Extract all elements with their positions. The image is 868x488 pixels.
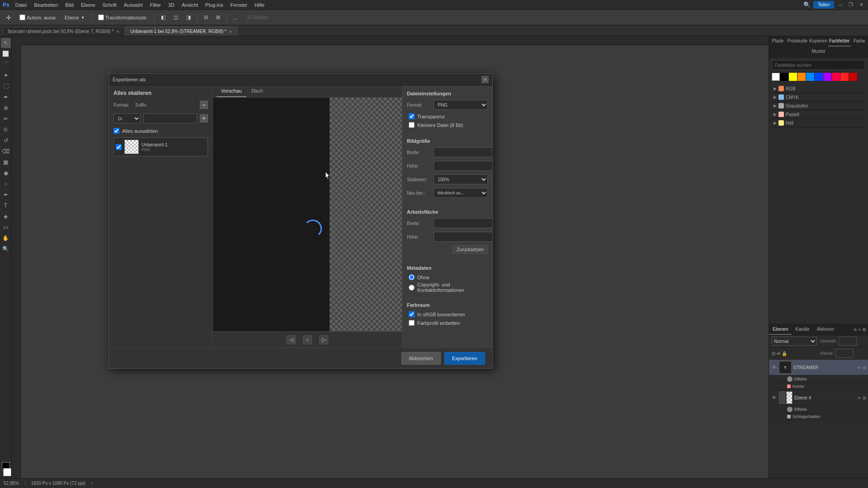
settings-reset-button[interactable]: Zurücksetzen xyxy=(453,245,488,254)
settings-scale-select[interactable]: 100% xyxy=(434,174,488,184)
swatch-blue1[interactable] xyxy=(806,73,814,81)
tab-facecam[interactable]: facecam rahmen.psdc bei 50,8% (Ebene 7, … xyxy=(3,27,125,36)
tool-lasso[interactable]: ⌒ xyxy=(1,60,11,70)
preview-nav-prev[interactable]: ◁ xyxy=(287,335,296,344)
toolbar-more[interactable]: ... xyxy=(230,13,241,23)
settings-canvas-height-input[interactable]: 1080 xyxy=(434,232,492,242)
tool-path-select[interactable]: ◈ xyxy=(1,211,11,221)
tool-blur[interactable]: ◉ xyxy=(1,168,11,178)
window-restore-icon[interactable]: ❐ xyxy=(847,2,855,8)
layers-tab-ebenen[interactable]: Ebenen xyxy=(769,324,792,335)
layer-ebene4[interactable]: 👁 Ebene 4 fx ⊞ xyxy=(769,390,868,406)
menu-3d[interactable]: 3D xyxy=(165,1,178,9)
asset-item-unbenannt[interactable]: Unbenannt-1 PNG xyxy=(113,137,208,156)
settings-canvas-width-input[interactable]: 1920 xyxy=(434,218,492,228)
layer-ebene4-visibility[interactable]: 👁 xyxy=(771,395,777,400)
layers-tab-kanaele[interactable]: Kanäle xyxy=(792,324,813,335)
swatch-red1[interactable] xyxy=(840,73,849,81)
preview-area[interactable] xyxy=(213,98,402,331)
tool-heal[interactable]: ⊕ xyxy=(1,103,11,113)
category-pastell[interactable]: ▶ Pastell xyxy=(772,110,865,119)
menu-datei[interactable]: Datei xyxy=(12,1,30,9)
scale-select[interactable]: 1x xyxy=(113,113,141,123)
layer-streamer[interactable]: 👁 T STREAMER fx ⊞ xyxy=(769,360,868,375)
menu-hilfe[interactable]: Hilfe xyxy=(251,1,268,9)
menu-fenster[interactable]: Fenster xyxy=(227,1,250,9)
layer-ebene4-effekte[interactable]: Effekte xyxy=(769,406,868,413)
tab-protokolle[interactable]: Protokolle xyxy=(786,36,808,47)
menu-bearbeiten[interactable]: Bearbeiten xyxy=(31,1,61,9)
category-hell[interactable]: ▶ Hell xyxy=(772,119,865,127)
tab-farbfelder[interactable]: Farbfelder xyxy=(828,36,851,47)
tool-gradient[interactable]: ▦ xyxy=(1,157,11,167)
color-search-input[interactable] xyxy=(772,60,865,70)
layer-ebene4-fx[interactable]: fx xyxy=(858,396,861,400)
tool-history-brush[interactable]: ↺ xyxy=(1,136,11,145)
toolbar-ebene-select[interactable]: Ebene ▼ xyxy=(61,13,88,23)
tool-crop[interactable]: ⛶ xyxy=(1,81,11,91)
status-arrow[interactable]: › xyxy=(91,481,92,486)
tool-magic-wand[interactable]: ✦ xyxy=(1,70,11,80)
settings-smaller-file-checkbox[interactable] xyxy=(409,122,415,128)
tool-brush[interactable]: ✏ xyxy=(1,114,11,124)
blend-mode-select[interactable]: Normal xyxy=(772,337,817,346)
menu-filter[interactable]: Filter xyxy=(147,1,164,9)
autom-checkbox[interactable] xyxy=(19,14,25,20)
swatch-red2[interactable] xyxy=(849,73,857,81)
export-button[interactable]: Exportieren xyxy=(444,352,485,365)
swatch-orange[interactable] xyxy=(797,73,806,81)
tab-kopieren[interactable]: Kopieren xyxy=(808,36,828,47)
tab-pfade[interactable]: Pfade xyxy=(769,36,786,47)
suffix-input[interactable] xyxy=(143,113,197,123)
layer-ebene4-schlagschatten[interactable]: Schlagschatten xyxy=(769,413,868,420)
menu-schrift[interactable]: Schrift xyxy=(99,1,120,9)
layer-streamer-kontur[interactable]: Kontur xyxy=(769,383,868,390)
menu-plugins[interactable]: Plug-ins xyxy=(202,1,226,9)
category-graustufen[interactable]: ▶ Graustufen xyxy=(772,102,865,110)
swatch-white[interactable] xyxy=(772,73,780,81)
layer-streamer-visibility[interactable]: 👁 xyxy=(771,365,777,370)
settings-height-input[interactable]: 1080 xyxy=(434,161,492,171)
layers-panel-icon1[interactable]: ≡ xyxy=(854,327,857,332)
menu-ebene[interactable]: Ebene xyxy=(78,1,99,9)
category-cmyk[interactable]: ▶ CMYK xyxy=(772,93,865,102)
preview-nav-stop[interactable]: ○ xyxy=(303,335,312,344)
tab-farbe[interactable]: Farbe xyxy=(851,36,868,47)
toolbar-autom-select[interactable]: Autom. ausw. xyxy=(16,13,60,23)
background-color[interactable] xyxy=(3,468,11,476)
swatch-black[interactable] xyxy=(780,73,788,81)
settings-embed-checkbox[interactable] xyxy=(409,320,415,326)
tool-move[interactable]: ↖ xyxy=(1,38,11,48)
search-icon[interactable]: 🔍 xyxy=(803,1,811,8)
layer-streamer-effekte[interactable]: Effekte xyxy=(769,375,868,383)
toolbar-align-left[interactable]: ◧ xyxy=(158,13,169,23)
swatch-pink[interactable] xyxy=(832,73,840,81)
layers-tab-aktionen[interactable]: Aktionen xyxy=(813,324,838,335)
tool-text[interactable]: T xyxy=(1,201,11,211)
toolbar-align-right[interactable]: ◨ xyxy=(183,13,194,23)
tab-close-2[interactable]: ✕ xyxy=(229,29,232,34)
tab-muster[interactable]: Muster xyxy=(769,47,868,57)
settings-srgb-checkbox[interactable] xyxy=(409,311,415,317)
tool-shape[interactable]: ▭ xyxy=(1,222,11,232)
toolbar-align-center[interactable]: ◫ xyxy=(170,13,181,23)
tool-hand[interactable]: ✋ xyxy=(1,233,11,243)
cancel-button[interactable]: Abbrechen xyxy=(401,352,441,365)
menu-bild[interactable]: Bild xyxy=(62,1,77,9)
window-close-icon[interactable]: ✕ xyxy=(858,2,865,8)
category-rgb[interactable]: ▶ RGB xyxy=(772,84,865,93)
tool-clone[interactable]: ⎘ xyxy=(1,125,11,135)
settings-meta-none-radio[interactable] xyxy=(409,274,415,280)
preview-nav-next[interactable]: ▷ xyxy=(319,335,328,344)
settings-transparency-checkbox[interactable] xyxy=(409,113,415,119)
toolbar-move-icon[interactable]: ✛ xyxy=(3,13,14,23)
select-all-checkbox[interactable] xyxy=(113,128,119,134)
tab-unbenannt[interactable]: Unbenannt-1 bei 52,8% (STREAMER, RGB/8) … xyxy=(126,27,237,36)
opacity-input[interactable]: 100% xyxy=(839,337,857,346)
tool-dodge[interactable]: ○ xyxy=(1,179,11,189)
tool-eraser[interactable]: ⌫ xyxy=(1,146,11,156)
preview-tab-vorschau[interactable]: Vorschau xyxy=(217,85,246,97)
preview-tab-2fach[interactable]: 2fach xyxy=(246,85,268,97)
window-minimize-icon[interactable]: ─ xyxy=(837,2,844,8)
toolbar-transform[interactable]: Transformationsstr. xyxy=(95,13,151,23)
